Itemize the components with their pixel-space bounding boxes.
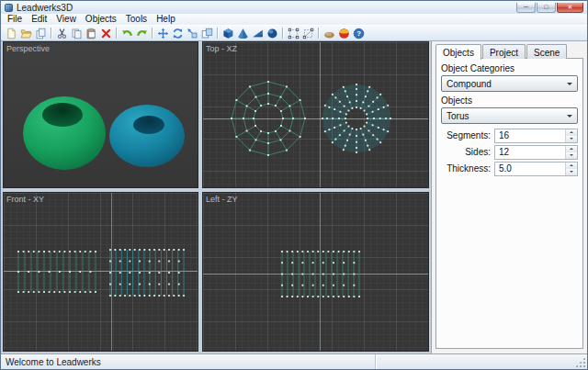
sides-row: Sides:12 (441, 144, 578, 160)
cube-icon (222, 28, 234, 39)
carve-icon (201, 28, 213, 39)
undo-icon (121, 28, 133, 39)
spin-up-icon (570, 163, 573, 166)
front-wireframe (4, 193, 198, 351)
menu-help[interactable]: Help (152, 14, 180, 25)
segments-spinner (565, 129, 577, 142)
sides-input[interactable]: 12 (494, 145, 578, 160)
thickness-spin-up[interactable] (566, 163, 577, 169)
toolbar-separator (217, 28, 218, 39)
delete-button[interactable] (98, 26, 113, 40)
maximize-icon: □ (544, 4, 548, 10)
objects-value: Torus (447, 111, 469, 121)
segments-input[interactable]: 16 (494, 129, 578, 143)
material-icon (338, 28, 350, 39)
viewport-left-zy[interactable]: Left - ZY (202, 192, 429, 352)
titlebar: Leadwerks3D ─ □ ✕ (1, 1, 587, 14)
sphere-button[interactable] (265, 26, 279, 40)
perspective-render (4, 42, 198, 187)
panel-tabs: ObjectsProjectScene (435, 44, 583, 59)
delete-icon (100, 28, 112, 39)
status-pane: Welcome to Leadwerks (1, 354, 376, 369)
close-button[interactable]: ✕ (557, 3, 583, 13)
sides-spin-up[interactable] (566, 146, 577, 152)
sphere-icon (266, 28, 278, 39)
segments-value: 16 (499, 130, 509, 140)
objects-label: Objects (441, 95, 578, 106)
maximize-button[interactable]: □ (537, 3, 556, 13)
edge-mode-button[interactable] (300, 26, 315, 40)
objects-select[interactable]: Torus (441, 107, 578, 124)
help-button[interactable]: ? (351, 26, 366, 40)
toolbar-separator (51, 28, 51, 39)
menu-edit[interactable]: Edit (27, 14, 51, 25)
move-button[interactable] (155, 26, 170, 40)
thickness-value: 5.0 (499, 163, 512, 174)
statusbar: Welcome to Leadwerks (1, 353, 587, 369)
rotate-icon (172, 28, 184, 39)
terrain-button[interactable] (322, 26, 336, 40)
tab-objects[interactable]: Objects (435, 44, 481, 60)
spin-up-icon (570, 146, 573, 150)
carve-button[interactable] (199, 26, 214, 40)
spin-down-icon (570, 154, 573, 158)
vertex-mode-button[interactable] (286, 26, 300, 40)
thickness-input[interactable]: 5.0 (494, 162, 578, 176)
menu-tools[interactable]: Tools (121, 14, 152, 25)
new-file-button[interactable] (4, 26, 18, 40)
paste-button[interactable] (84, 26, 98, 40)
save-button[interactable] (33, 26, 48, 40)
spin-down-icon (570, 138, 573, 141)
top-wireframe (203, 42, 428, 187)
thickness-label: Thickness: (441, 163, 494, 174)
cube-button[interactable] (220, 26, 235, 40)
thickness-spin-down[interactable] (566, 169, 577, 175)
close-icon: ✕ (568, 4, 573, 10)
rotate-button[interactable] (170, 26, 185, 40)
tab-project[interactable]: Project (482, 44, 526, 59)
copy-button[interactable] (69, 26, 84, 40)
scale-button[interactable] (185, 26, 199, 40)
viewport-top-xz[interactable]: Top - XZ (202, 41, 429, 188)
tab-scene[interactable]: Scene (526, 44, 567, 59)
segments-spin-up[interactable] (566, 129, 577, 136)
viewport-front-label: Front - XY (6, 195, 44, 204)
viewport-perspective[interactable]: Perspective (3, 41, 198, 188)
cut-button[interactable] (54, 26, 69, 40)
menubar: FileEditViewObjectsToolsHelp (1, 14, 587, 25)
toolbar-separator (152, 28, 153, 39)
toolbar-separator (318, 28, 319, 39)
menu-file[interactable]: File (3, 14, 27, 25)
menu-view[interactable]: View (51, 14, 81, 25)
segments-spin-down[interactable] (566, 136, 577, 142)
object-categories-select[interactable]: Compound (441, 75, 578, 92)
menu-objects[interactable]: Objects (81, 14, 121, 25)
spin-up-icon (570, 129, 573, 133)
minimize-icon: ─ (524, 4, 528, 10)
chevron-down-icon (567, 115, 572, 120)
move-icon (157, 28, 169, 39)
resize-grip-icon[interactable] (575, 357, 585, 367)
minimize-button[interactable]: ─ (516, 3, 536, 13)
sides-spin-down[interactable] (566, 152, 577, 159)
object-categories-label: Object Categories (441, 63, 578, 73)
wedge-icon (252, 28, 264, 39)
copy-icon (71, 28, 83, 39)
wedge-button[interactable] (250, 26, 265, 40)
viewport-front-xy[interactable]: Front - XY (3, 192, 198, 352)
open-button[interactable] (18, 26, 33, 40)
material-button[interactable] (336, 26, 351, 40)
spin-down-icon (570, 171, 573, 174)
svg-text:?: ? (356, 29, 361, 38)
toolbar-separator (116, 28, 117, 39)
sides-label: Sides: (441, 147, 494, 157)
undo-button[interactable] (119, 26, 134, 40)
window-controls: ─ □ ✕ (515, 3, 583, 13)
new-file-icon (6, 28, 17, 39)
redo-button[interactable] (134, 26, 149, 40)
cone-button[interactable] (235, 26, 250, 40)
edge-mode-icon (302, 28, 314, 39)
left-wireframe (203, 193, 428, 351)
viewport-left-label: Left - ZY (206, 195, 238, 204)
viewport-perspective-label: Perspective (6, 44, 50, 53)
